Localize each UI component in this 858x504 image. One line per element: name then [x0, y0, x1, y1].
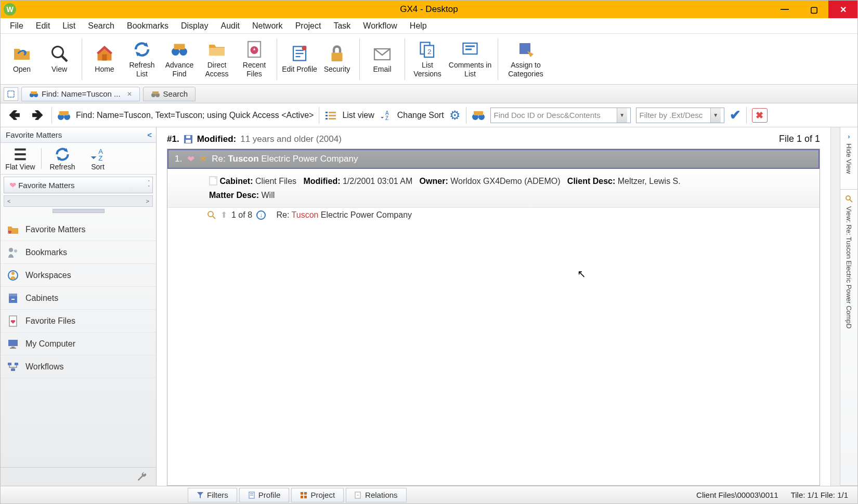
menu-display[interactable]: Display: [175, 19, 214, 33]
svg-rect-58: [8, 363, 11, 365]
tab-find-label: Find: Name=Tuscon ...: [42, 89, 121, 98]
tool-security[interactable]: Security: [319, 35, 355, 83]
flatview-icon: [12, 146, 29, 163]
changesort-button[interactable]: Change Sort: [397, 111, 444, 120]
vertical-scrollbar[interactable]: [830, 127, 840, 486]
prev-hit-button[interactable]: ⬆: [220, 210, 227, 220]
file-heart-icon: [7, 315, 19, 327]
menu-search[interactable]: Search: [82, 19, 121, 33]
result-row-selected[interactable]: 1. ❤ ✉ Re: Tuscon Electric Power Company: [167, 149, 820, 169]
spinner-icon[interactable]: ˄˅: [148, 180, 150, 190]
sidetool-sort[interactable]: AZ Sort: [81, 146, 114, 171]
recent-icon: [245, 40, 264, 59]
sidebar-hscroll[interactable]: <>: [4, 195, 153, 207]
nav-workflows[interactable]: Workflows: [1, 355, 156, 378]
menubar: File Edit List Search Bookmarks Display …: [1, 18, 857, 34]
tool-advance-find[interactable]: Advance Find: [161, 35, 198, 83]
binoculars-icon: [151, 90, 160, 98]
nav-cabinets[interactable]: Cabinets: [1, 287, 156, 310]
tab-search-label: Search: [163, 89, 188, 98]
sidebar-listhead-label: Favorite Matters: [18, 181, 74, 190]
tab-menu-button[interactable]: [4, 87, 18, 101]
nav-workspaces[interactable]: Workspaces: [1, 264, 156, 287]
svg-rect-60: [11, 368, 15, 371]
svg-rect-75: [304, 496, 307, 498]
svg-point-0: [53, 47, 63, 58]
tool-edit-profile[interactable]: Edit Profile: [281, 35, 318, 83]
svg-rect-5: [174, 44, 185, 50]
sidebar-list-header[interactable]: ❤ Favorite Matters ˄˅: [4, 177, 153, 193]
svg-rect-74: [301, 496, 303, 498]
svg-point-11: [302, 46, 307, 50]
tab-find-close[interactable]: ✕: [127, 90, 132, 98]
tool-view[interactable]: View: [41, 35, 77, 83]
menu-task[interactable]: Task: [327, 19, 357, 33]
wrench-icon[interactable]: [136, 471, 148, 483]
sidetool-refresh[interactable]: Refresh: [46, 146, 79, 171]
nav-back-button[interactable]: 🡸: [6, 109, 23, 122]
status-tab-profile[interactable]: Profile: [239, 488, 290, 502]
nav-bookmarks[interactable]: Bookmarks: [1, 241, 156, 264]
tool-open-label: Open: [13, 65, 31, 73]
sidebar-title-text: Favorite Matters: [6, 130, 62, 139]
tool-refresh-list[interactable]: Refresh List: [124, 35, 160, 83]
magnifier-icon[interactable]: [207, 210, 216, 220]
nav-forward-button[interactable]: 🡺: [29, 109, 46, 122]
tab-find[interactable]: Find: Name=Tuscon ... ✕: [21, 87, 140, 101]
tab-search[interactable]: Search: [143, 87, 196, 101]
tool-comments[interactable]: Comments in List: [447, 35, 493, 83]
status-tab-project[interactable]: Project: [291, 488, 344, 502]
apply-button[interactable]: ✔: [730, 107, 741, 123]
menu-project[interactable]: Project: [289, 19, 328, 33]
toolbar-separator: [359, 38, 360, 80]
status-tab-filters[interactable]: Filters: [188, 488, 237, 502]
svg-rect-30: [59, 111, 69, 115]
folder-heart-icon: [7, 223, 19, 236]
status-tab-relations[interactable]: Relations: [346, 488, 407, 502]
search-placeholder: Find Doc ID or Desc&Contents: [494, 111, 601, 120]
nav-label: Favorite Files: [25, 316, 75, 326]
filter-dropdown[interactable]: Filter by .Ext/Desc ▼: [636, 108, 724, 123]
tool-assign-categories[interactable]: Assign to Categories: [502, 35, 549, 83]
tab-bar: Find: Name=Tuscon ... ✕ Search: [1, 85, 857, 103]
menu-workflow[interactable]: Workflow: [357, 19, 404, 33]
menu-network[interactable]: Network: [246, 19, 289, 33]
sidetool-flatview-label: Flat View: [5, 163, 35, 171]
bookmarks-icon: [7, 246, 19, 259]
close-button[interactable]: ✕: [828, 1, 857, 18]
svg-line-68: [850, 200, 852, 202]
search-dropdown[interactable]: Find Doc ID or Desc&Contents ▼: [490, 108, 631, 123]
nav-my-computer[interactable]: My Computer: [1, 333, 156, 355]
listview-button[interactable]: List view: [342, 111, 374, 120]
rail-preview[interactable]: View: Re: Tuscon Electric Power CompD: [840, 190, 857, 486]
sidetool-flat-view[interactable]: Flat View: [4, 146, 37, 171]
result-num: 1.: [175, 154, 182, 164]
menu-list[interactable]: List: [56, 19, 82, 33]
menu-audit[interactable]: Audit: [214, 19, 245, 33]
tool-recent-files[interactable]: Recent Files: [236, 35, 272, 83]
sidebar-splitter[interactable]: [53, 209, 105, 213]
nav-favorite-matters[interactable]: Favorite Matters: [1, 218, 156, 241]
menu-edit[interactable]: Edit: [30, 19, 57, 33]
comments-icon: [461, 40, 479, 59]
svg-rect-55: [8, 340, 18, 346]
rail-hide-view[interactable]: › Hide View: [840, 127, 857, 190]
tool-list-versions[interactable]: 2 List Versions: [409, 35, 446, 83]
clear-button[interactable]: ✖: [752, 108, 768, 123]
nav-favorite-files[interactable]: Favorite Files: [1, 310, 156, 333]
next-hit-button[interactable]: ↓: [256, 210, 266, 220]
menu-bookmarks[interactable]: Bookmarks: [121, 19, 175, 33]
tool-email[interactable]: Email: [364, 35, 400, 83]
collapse-icon[interactable]: <: [147, 130, 152, 139]
maximize-button[interactable]: ▢: [799, 1, 828, 18]
svg-text:2: 2: [427, 48, 432, 56]
tool-open[interactable]: Open: [4, 35, 40, 83]
gear-icon[interactable]: ⚙: [449, 108, 461, 123]
menu-file[interactable]: File: [4, 19, 30, 33]
tool-direct-access[interactable]: Direct Access: [199, 35, 235, 83]
binoculars-icon[interactable]: [472, 110, 485, 121]
menu-help[interactable]: Help: [404, 19, 433, 33]
svg-rect-52: [9, 294, 17, 296]
tool-home[interactable]: Home: [86, 35, 123, 83]
minimize-button[interactable]: —: [770, 1, 799, 18]
